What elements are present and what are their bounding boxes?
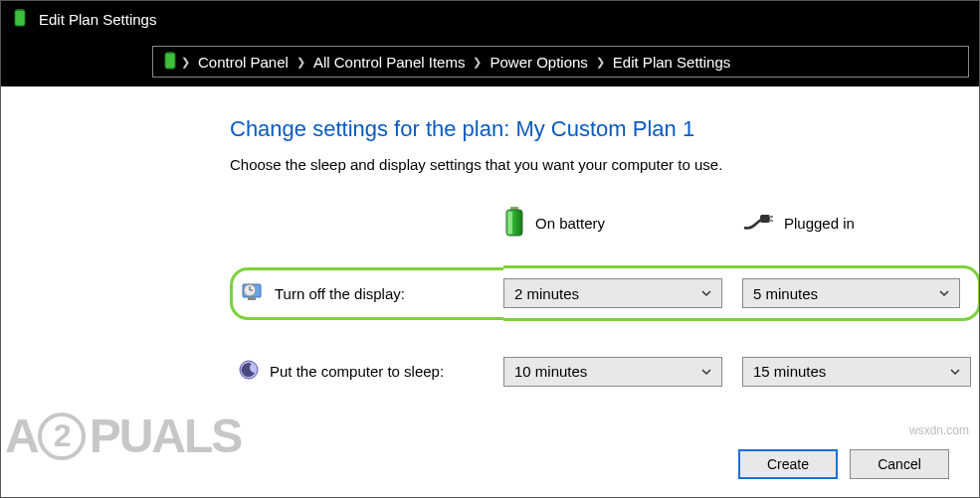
- back-button[interactable]: [11, 48, 39, 76]
- breadcrumb-item[interactable]: Control Panel: [198, 54, 289, 71]
- chevron-down-icon: [939, 288, 949, 298]
- settings-grid: On battery Plugged in: [230, 201, 979, 392]
- breadcrumb-item[interactable]: Edit Plan Settings: [613, 54, 730, 71]
- chevron-right-icon[interactable]: ❯: [473, 56, 482, 69]
- breadcrumb-item[interactable]: Power Options: [490, 54, 587, 71]
- watermark-right: wsxdn.com: [909, 423, 969, 437]
- row-label-text: Turn off the display:: [275, 285, 405, 302]
- column-header-plugged: Plugged in: [742, 206, 980, 252]
- watermark-left: A 2 PUALS: [5, 409, 241, 463]
- svg-rect-2: [165, 53, 175, 69]
- button-row: Create Cancel: [738, 449, 949, 479]
- column-label: Plugged in: [784, 215, 855, 232]
- nav-bar: ❯ Control Panel ❯ All Control Panel Item…: [1, 37, 979, 86]
- select-value: 15 minutes: [753, 363, 826, 380]
- chevron-right-icon[interactable]: ❯: [296, 56, 305, 69]
- svg-rect-9: [769, 220, 773, 222]
- watermark-text: A: [5, 409, 38, 463]
- cancel-button[interactable]: Cancel: [850, 449, 949, 479]
- column-header-battery: On battery: [503, 201, 742, 257]
- row-label-display-off: Turn off the display:: [230, 267, 503, 320]
- battery-icon: [503, 207, 525, 240]
- chevron-right-icon[interactable]: ❯: [596, 56, 605, 69]
- plug-icon: [742, 212, 774, 235]
- forward-button[interactable]: [45, 48, 73, 76]
- select-value: 2 minutes: [514, 285, 579, 302]
- chevron-down-icon: [950, 367, 960, 377]
- window-title: Edit Plan Settings: [39, 11, 156, 28]
- svg-rect-6: [508, 212, 512, 234]
- column-label: On battery: [535, 215, 605, 232]
- watermark-number-icon: 2: [38, 413, 86, 460]
- page-heading: Change settings for the plan: My Custom …: [230, 116, 979, 142]
- app-icon: [11, 9, 29, 30]
- row-label-sleep: Put the computer to sleep:: [230, 351, 503, 392]
- svg-rect-0: [15, 10, 25, 26]
- svg-rect-3: [167, 52, 173, 54]
- breadcrumb-item[interactable]: All Control Panel Items: [313, 54, 466, 71]
- display-icon: [241, 280, 265, 307]
- svg-rect-8: [769, 216, 773, 218]
- select-value: 10 minutes: [514, 363, 587, 380]
- chevron-right-icon[interactable]: ❯: [181, 56, 190, 69]
- content-area: Change settings for the plan: My Custom …: [1, 86, 979, 392]
- sleep-plugged-select[interactable]: 15 minutes: [742, 357, 971, 387]
- display-off-battery-select[interactable]: 2 minutes: [503, 278, 722, 308]
- row-label-text: Put the computer to sleep:: [270, 363, 444, 380]
- chevron-down-icon: [701, 367, 711, 377]
- title-bar: Edit Plan Settings: [1, 1, 979, 37]
- display-off-plugged-select[interactable]: 5 minutes: [742, 278, 960, 308]
- sleep-icon: [238, 359, 260, 384]
- recent-dropdown-button[interactable]: [79, 48, 106, 76]
- svg-rect-14: [248, 297, 256, 300]
- select-value: 5 minutes: [753, 285, 818, 302]
- watermark-text: PUALS: [90, 409, 242, 463]
- create-button[interactable]: Create: [738, 449, 838, 479]
- address-bar[interactable]: ❯ Control Panel ❯ All Control Panel Item…: [152, 46, 969, 78]
- sleep-battery-select[interactable]: 10 minutes: [503, 357, 722, 387]
- address-icon: [161, 52, 179, 73]
- button-label: Create: [767, 456, 809, 472]
- svg-rect-7: [760, 215, 770, 223]
- button-label: Cancel: [878, 456, 921, 472]
- svg-rect-1: [17, 9, 23, 11]
- up-button[interactable]: [112, 48, 140, 76]
- page-subheading: Choose the sleep and display settings th…: [230, 156, 979, 173]
- chevron-down-icon: [701, 288, 711, 298]
